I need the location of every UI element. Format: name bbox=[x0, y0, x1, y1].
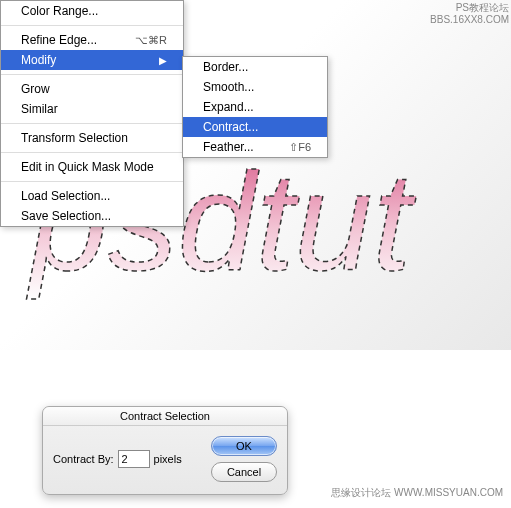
menu-color-range[interactable]: Color Range... bbox=[1, 1, 183, 21]
ok-button[interactable]: OK bbox=[211, 436, 277, 456]
menu-quick-mask[interactable]: Edit in Quick Mask Mode bbox=[1, 157, 183, 177]
menu-save-selection[interactable]: Save Selection... bbox=[1, 206, 183, 226]
menu-modify[interactable]: Modify▶ bbox=[1, 50, 183, 70]
menu-load-selection[interactable]: Load Selection... bbox=[1, 186, 183, 206]
menu-similar[interactable]: Similar bbox=[1, 99, 183, 119]
submenu-expand[interactable]: Expand... bbox=[183, 97, 327, 117]
contract-label: Contract By: bbox=[53, 453, 114, 465]
submenu-contract[interactable]: Contract... bbox=[183, 117, 327, 137]
submenu-smooth[interactable]: Smooth... bbox=[183, 77, 327, 97]
watermark-bottom: 思缘设计论坛 WWW.MISSYUAN.COM bbox=[331, 486, 503, 500]
menu-separator bbox=[1, 152, 183, 153]
cancel-button[interactable]: Cancel bbox=[211, 462, 277, 482]
menu-refine-edge[interactable]: Refine Edge...⌥⌘R bbox=[1, 30, 183, 50]
menu-separator bbox=[1, 123, 183, 124]
submenu-feather[interactable]: Feather...⇧F6 bbox=[183, 137, 327, 157]
contract-input[interactable] bbox=[118, 450, 150, 468]
dialog-title: Contract Selection bbox=[43, 407, 287, 426]
watermark-top: PS教程论坛 BBS.16XX8.COM bbox=[430, 2, 509, 26]
contract-dialog: Contract Selection Contract By: pixels O… bbox=[42, 406, 288, 495]
submenu-arrow-icon: ▶ bbox=[159, 55, 167, 66]
menu-separator bbox=[1, 74, 183, 75]
menu-transform-selection[interactable]: Transform Selection bbox=[1, 128, 183, 148]
select-menu[interactable]: Color Range... Refine Edge...⌥⌘R Modify▶… bbox=[0, 0, 184, 227]
modify-submenu[interactable]: Border... Smooth... Expand... Contract..… bbox=[182, 56, 328, 158]
menu-separator bbox=[1, 181, 183, 182]
menu-grow[interactable]: Grow bbox=[1, 79, 183, 99]
menu-separator bbox=[1, 25, 183, 26]
watermark-line2: BBS.16XX8.COM bbox=[430, 14, 509, 26]
contract-unit: pixels bbox=[154, 453, 182, 465]
submenu-border[interactable]: Border... bbox=[183, 57, 327, 77]
watermark-line1: PS教程论坛 bbox=[430, 2, 509, 14]
